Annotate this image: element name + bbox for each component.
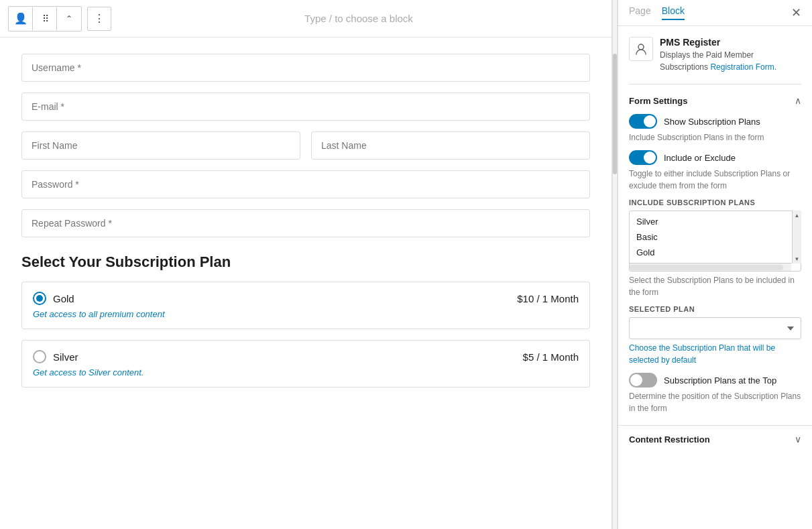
plans-listbox-scroll[interactable]: Silver Basic Gold <box>630 211 791 263</box>
drag-icon: ⠿ <box>42 13 48 24</box>
show-plans-desc: Include Subscription Plans in the form <box>629 131 801 143</box>
selected-plan-dropdown-container: Silver Basic Gold <box>629 317 801 339</box>
selected-plan-desc: Choose the Subscription Plan that will b… <box>629 342 801 366</box>
password-input[interactable] <box>21 170 590 198</box>
subscription-section-title: Select Your Subscription Plan <box>21 253 590 271</box>
subscription-top-toggle-row: Subscription Plans at the Top <box>629 373 801 388</box>
selected-plan-dropdown[interactable]: Silver Basic Gold <box>629 317 801 339</box>
plan-name-silver: Silver <box>53 351 78 363</box>
plan-name-gold: Gold <box>53 293 74 304</box>
plan-card-header-gold: Gold $10 / 1 Month <box>33 292 579 305</box>
subscription-top-label: Subscription Plans at the Top <box>664 375 776 386</box>
listbox-vscroll[interactable]: ▲ ▼ <box>792 211 801 263</box>
plan-label-silver: Silver <box>33 350 78 363</box>
h-scroll-track <box>630 265 783 270</box>
include-exclude-desc: Toggle to either include Subscription Pl… <box>629 168 801 192</box>
toolbar-group: 👤 ⠿ ⌃ <box>8 6 82 32</box>
plan-card-gold[interactable]: Gold $10 / 1 Month Get access to all pre… <box>21 282 590 329</box>
plans-list-desc: Select the Subscription Plans to be incl… <box>629 274 801 298</box>
plan-item-gold[interactable]: Gold <box>630 245 791 260</box>
include-exclude-setting: Include or Exclude Toggle to either incl… <box>629 150 801 192</box>
subscription-top-setting: Subscription Plans at the Top Determine … <box>629 373 801 414</box>
show-plans-toggle-row: Show Subscription Plans <box>629 114 801 129</box>
include-exclude-toggle[interactable] <box>629 150 657 165</box>
arrow-icon: ⌃ <box>66 14 72 23</box>
block-icon <box>629 37 653 61</box>
show-plans-setting: Show Subscription Plans Include Subscrip… <box>629 114 801 143</box>
plan-card-header-silver: Silver $5 / 1 Month <box>33 350 579 363</box>
email-input[interactable] <box>21 93 590 121</box>
sidebar-content: PMS Register Displays the Paid Member Su… <box>618 26 812 425</box>
form-area: Select Your Subscription Plan Gold $10 /… <box>0 38 612 404</box>
plan-desc-gold: Get access to all premium content <box>33 309 579 319</box>
chevron-up-icon: ∧ <box>795 95 801 106</box>
block-name: PMS Register <box>660 37 801 48</box>
include-plans-label: INCLUDE SUBSCRIPTION PLANS <box>629 198 801 207</box>
block-desc: Displays the Paid Member Subscriptions R… <box>660 49 801 73</box>
show-plans-toggle[interactable] <box>629 114 657 129</box>
block-desc-link[interactable]: Registration Form. <box>710 62 776 72</box>
content-restriction-chevron: ∨ <box>795 434 801 445</box>
plans-listbox[interactable]: Silver Basic Gold <box>629 211 801 272</box>
form-settings-header[interactable]: Form Settings ∧ <box>629 95 801 106</box>
user-icon-btn[interactable]: 👤 <box>9 7 33 31</box>
close-button[interactable]: ✕ <box>791 7 801 19</box>
form-settings-title: Form Settings <box>629 96 687 106</box>
divider-1 <box>629 84 801 84</box>
plan-item-basic[interactable]: Basic <box>630 229 791 245</box>
include-exclude-label: Include or Exclude <box>664 153 736 163</box>
more-icon: ⋮ <box>94 12 105 25</box>
plan-label-gold: Gold <box>33 292 74 305</box>
include-plans-setting: INCLUDE SUBSCRIPTION PLANS Silver Basic … <box>629 198 801 298</box>
username-input[interactable] <box>21 54 590 82</box>
firstname-input[interactable] <box>21 131 300 160</box>
user-icon: 👤 <box>14 12 27 25</box>
subscription-top-desc: Determine the position of the Subscripti… <box>629 390 801 414</box>
plan-desc-silver: Get access to Silver content. <box>33 367 579 377</box>
content-restriction-header[interactable]: Content Restriction ∨ <box>618 425 812 453</box>
block-hint: Type / to choose a block <box>114 13 603 24</box>
show-plans-label: Show Subscription Plans <box>664 117 760 127</box>
block-info: PMS Register Displays the Paid Member Su… <box>629 37 801 73</box>
block-info-text: PMS Register Displays the Paid Member Su… <box>660 37 801 73</box>
name-row <box>21 131 590 160</box>
sidebar-header: Page Block ✕ <box>618 0 812 26</box>
scroll-down-arrow[interactable]: ▼ <box>793 254 801 263</box>
form-settings-content: Show Subscription Plans Include Subscrip… <box>629 114 801 414</box>
drag-btn[interactable]: ⠿ <box>33 7 57 31</box>
plan-price-gold: $10 / 1 Month <box>517 293 579 304</box>
include-exclude-toggle-row: Include or Exclude <box>629 150 801 165</box>
tab-page[interactable]: Page <box>629 5 651 20</box>
scroll-up-arrow[interactable]: ▲ <box>793 211 801 220</box>
repeat-password-input[interactable] <box>21 209 590 237</box>
subscription-top-toggle[interactable] <box>629 373 657 388</box>
plan-price-silver: $5 / 1 Month <box>523 351 579 363</box>
more-btn[interactable]: ⋮ <box>87 7 111 31</box>
plans-listbox-container: Silver Basic Gold ▲ ▼ <box>629 211 801 272</box>
radio-silver[interactable] <box>33 350 46 363</box>
tab-block[interactable]: Block <box>662 5 685 20</box>
sidebar-tabs: Page Block <box>629 5 685 20</box>
plan-item-silver[interactable]: Silver <box>630 214 791 229</box>
svg-point-0 <box>638 44 644 50</box>
toolbar: 👤 ⠿ ⌃ ⋮ Type / to choose a block <box>0 0 612 38</box>
arrow-btn[interactable]: ⌃ <box>57 7 81 31</box>
scrollbar-thumb <box>613 54 617 174</box>
sidebar: Page Block ✕ PMS Register Displays the P… <box>618 0 812 529</box>
center-scrollbar[interactable] <box>612 0 618 529</box>
selected-plan-setting: SELECTED PLAN Silver Basic Gold Choose t… <box>629 305 801 366</box>
lastname-input[interactable] <box>311 131 590 160</box>
block-hint-text: Type / to choose a block <box>304 13 413 24</box>
listbox-h-scroll[interactable] <box>630 263 791 271</box>
plan-card-silver[interactable]: Silver $5 / 1 Month Get access to Silver… <box>21 340 590 388</box>
content-restriction-title: Content Restriction <box>629 434 710 445</box>
selected-plan-label: SELECTED PLAN <box>629 305 801 313</box>
radio-gold[interactable] <box>33 292 46 305</box>
